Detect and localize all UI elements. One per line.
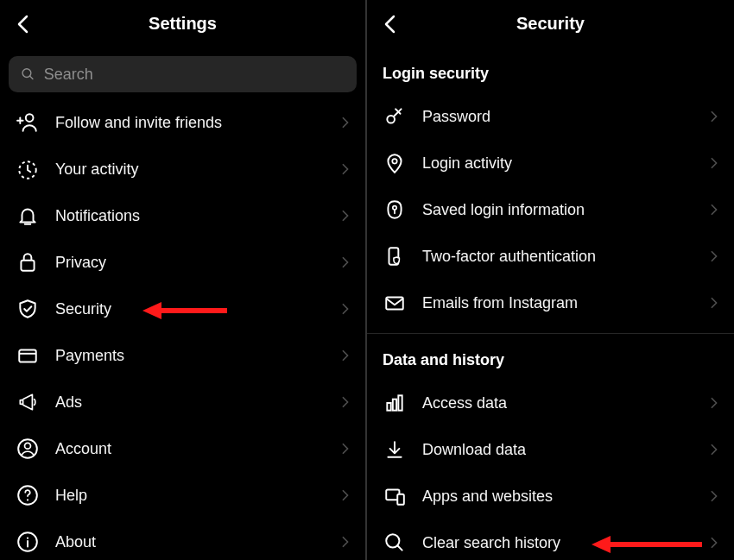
settings-item-label: Notifications <box>40 207 339 225</box>
security-item-label: Access data <box>407 394 708 412</box>
chevron-right-icon <box>339 396 351 408</box>
devices-icon <box>383 484 407 508</box>
security-item-label: Saved login information <box>407 201 708 219</box>
security-item-label: Login activity <box>407 154 708 173</box>
back-button[interactable] <box>379 14 400 35</box>
settings-item-label: Help <box>40 487 339 505</box>
search-container <box>0 47 365 99</box>
chevron-right-icon <box>339 210 351 222</box>
settings-item-notifications[interactable]: Notifications <box>0 192 365 239</box>
chevron-right-icon <box>708 444 720 456</box>
account-circle-icon <box>16 437 40 461</box>
chevron-right-icon <box>339 489 351 501</box>
settings-item-account[interactable]: Account <box>0 425 365 472</box>
bell-icon <box>16 204 40 228</box>
lock-icon <box>16 250 40 274</box>
info-circle-icon <box>16 530 40 554</box>
security-item-password[interactable]: Password <box>367 93 734 140</box>
security-item-label: Password <box>407 108 708 126</box>
chevron-right-icon <box>339 256 351 268</box>
svg-rect-25 <box>387 403 390 411</box>
envelope-icon <box>383 291 407 315</box>
settings-item-about[interactable]: About <box>0 519 365 560</box>
security-item-label: Apps and websites <box>407 488 708 506</box>
security-item-label: Emails from Instagram <box>407 294 708 312</box>
search-input[interactable] <box>44 66 345 84</box>
settings-item-follow-invite[interactable]: Follow and invite friends <box>0 99 365 146</box>
chevron-right-icon <box>339 116 351 129</box>
security-item-download-data[interactable]: Download data <box>367 426 734 473</box>
phone-shield-icon <box>383 244 407 268</box>
chevron-right-icon <box>339 536 351 548</box>
svg-line-1 <box>29 76 32 79</box>
search-field[interactable] <box>9 56 357 92</box>
settings-item-ads[interactable]: Ads <box>0 379 365 425</box>
shield-check-icon <box>16 297 40 321</box>
section-data-history: Data and history <box>367 334 734 380</box>
settings-item-help[interactable]: Help <box>0 472 365 519</box>
security-item-two-factor[interactable]: Two-factor authentication <box>367 233 734 280</box>
svg-rect-10 <box>19 350 36 362</box>
settings-item-label: Privacy <box>40 254 339 272</box>
svg-point-20 <box>392 159 396 163</box>
search-icon <box>21 66 35 82</box>
megaphone-icon <box>16 390 40 414</box>
settings-item-label: Security <box>40 300 339 318</box>
security-item-access-data[interactable]: Access data <box>367 380 734 426</box>
chevron-right-icon <box>708 204 720 216</box>
security-item-login-activity[interactable]: Login activity <box>367 140 734 186</box>
chevron-right-icon <box>708 157 720 169</box>
settings-item-privacy[interactable]: Privacy <box>0 239 365 286</box>
chevron-right-icon <box>708 110 720 123</box>
location-pin-icon <box>383 151 407 175</box>
svg-line-33 <box>397 545 402 550</box>
security-item-label: Clear search history <box>407 534 708 552</box>
security-item-label: Download data <box>407 441 708 459</box>
help-circle-icon <box>16 483 40 507</box>
chevron-right-icon <box>708 297 720 309</box>
settings-item-payments[interactable]: Payments <box>0 332 365 379</box>
login-security-list: Password Login activity Saved login info… <box>367 93 734 326</box>
settings-item-label: Payments <box>40 347 339 365</box>
svg-point-2 <box>26 114 34 122</box>
security-screen: Security Login security Password Login a… <box>367 0 734 560</box>
chevron-right-icon <box>708 250 720 262</box>
security-item-emails[interactable]: Emails from Instagram <box>367 280 734 326</box>
key-icon <box>383 104 407 129</box>
settings-header: Settings <box>0 0 365 47</box>
svg-rect-26 <box>393 400 396 411</box>
svg-rect-27 <box>398 395 402 410</box>
svg-point-15 <box>27 499 28 500</box>
svg-point-17 <box>27 538 28 539</box>
chevron-right-icon <box>339 349 351 362</box>
svg-point-13 <box>25 443 31 449</box>
search-icon <box>383 531 407 555</box>
svg-rect-24 <box>386 298 403 310</box>
settings-item-label: Follow and invite friends <box>40 114 339 132</box>
side-by-side-screens: Settings Follow and invite friends Your <box>0 0 734 560</box>
settings-item-label: Your activity <box>40 160 339 179</box>
settings-item-label: Account <box>40 440 339 458</box>
chevron-right-icon <box>339 163 351 175</box>
security-item-apps-websites[interactable]: Apps and websites <box>367 473 734 519</box>
security-item-clear-search-history[interactable]: Clear search history <box>367 519 734 560</box>
data-history-list: Access data Download data Apps and websi… <box>367 380 734 560</box>
credit-card-icon <box>16 343 40 368</box>
settings-title: Settings <box>149 14 217 34</box>
svg-rect-7 <box>21 261 34 271</box>
add-person-icon <box>16 110 40 135</box>
back-button[interactable] <box>12 14 33 35</box>
security-header: Security <box>367 0 734 47</box>
security-item-saved-login[interactable]: Saved login information <box>367 186 734 233</box>
settings-item-activity[interactable]: Your activity <box>0 146 365 192</box>
svg-rect-31 <box>397 494 404 505</box>
chevron-left-icon <box>383 15 395 34</box>
chevron-right-icon <box>708 490 720 502</box>
settings-item-security[interactable]: Security <box>0 286 365 332</box>
chevron-right-icon <box>339 303 351 315</box>
settings-item-label: About <box>40 533 339 551</box>
security-item-label: Two-factor authentication <box>407 248 708 266</box>
section-login-security: Login security <box>367 47 734 93</box>
security-title: Security <box>516 14 585 34</box>
settings-screen: Settings Follow and invite friends Your <box>0 0 367 560</box>
